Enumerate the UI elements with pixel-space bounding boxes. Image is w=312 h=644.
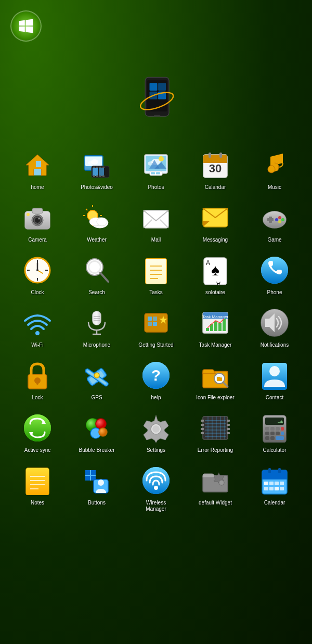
- svg-point-50: [38, 218, 40, 220]
- app-icon-weather[interactable]: Weather: [70, 198, 124, 246]
- app-label-camera: Camera: [28, 237, 47, 243]
- app-icon-contact[interactable]: Contact: [248, 356, 302, 403]
- app-icon-error-reporting[interactable]: Error Reporting: [188, 409, 242, 456]
- svg-point-71: [281, 218, 284, 221]
- app-icon-calendar[interactable]: 30 Calandar: [188, 146, 242, 193]
- app-icon-wifi[interactable]: Wi-Fi: [10, 304, 64, 351]
- svg-text:A: A: [206, 259, 210, 267]
- app-icon-file-explorer[interactable]: Icon File exploer: [188, 356, 242, 403]
- app-icon-getting-started[interactable]: Getting Started: [129, 304, 183, 351]
- app-icon-phone[interactable]: Phone: [248, 251, 302, 298]
- svg-rect-168: [201, 428, 204, 430]
- svg-rect-119: [214, 321, 217, 331]
- svg-rect-109: [153, 317, 157, 321]
- app-label-contact: Contact: [266, 395, 283, 401]
- app-icon-search[interactable]: Search: [70, 251, 124, 298]
- app-icon-settings[interactable]: Settings: [129, 409, 183, 456]
- app-label-task-manager: Task Manager: [199, 342, 232, 348]
- app-label-file-explorer: Icon File exploer: [196, 395, 234, 401]
- app-icon-lock[interactable]: Lock: [10, 356, 64, 403]
- svg-rect-188: [270, 436, 275, 440]
- svg-rect-181: [276, 427, 280, 431]
- app-label-game: Game: [267, 237, 281, 243]
- svg-rect-170: [227, 420, 230, 422]
- app-icon-clock[interactable]: Clock: [10, 251, 64, 298]
- app-icon-default-widget[interactable]: default Widget: [188, 461, 242, 515]
- app-label-calendar2: Calendar: [264, 500, 285, 506]
- app-icon-gps[interactable]: GPS: [70, 356, 124, 403]
- app-icon-home[interactable]: home: [10, 146, 64, 193]
- app-label-help: help: [151, 395, 161, 401]
- app-icon-tasks[interactable]: Tasks: [129, 251, 183, 298]
- svg-rect-117: [206, 328, 209, 331]
- svg-point-202: [98, 479, 104, 486]
- svg-rect-35: [151, 172, 155, 174]
- svg-rect-191: [26, 468, 49, 495]
- app-icon-wireless-manager[interactable]: Wireless Manager: [129, 461, 183, 515]
- svg-point-85: [89, 262, 100, 272]
- svg-rect-10: [36, 161, 41, 167]
- app-icon-bubble-breaker[interactable]: Bubble Breaker: [70, 409, 124, 456]
- app-label-solitaire: solotaire: [205, 289, 225, 296]
- svg-rect-121: [223, 319, 226, 331]
- app-icon-active-sync[interactable]: Active syric: [10, 409, 64, 456]
- svg-rect-214: [280, 482, 284, 485]
- hero-section: [0, 0, 312, 141]
- app-icon-microphone[interactable]: Microphone: [70, 304, 124, 351]
- svg-rect-210: [262, 476, 287, 479]
- svg-rect-182: [281, 427, 284, 431]
- svg-rect-197: [85, 470, 90, 475]
- app-icon-photos[interactable]: Photos: [129, 146, 183, 193]
- app-icon-mail[interactable]: Mail: [129, 198, 183, 246]
- svg-rect-199: [85, 476, 90, 481]
- svg-point-72: [278, 220, 281, 223]
- svg-rect-215: [264, 487, 268, 490]
- svg-rect-88: [146, 259, 166, 284]
- svg-point-205: [154, 486, 158, 490]
- svg-rect-154: [203, 416, 228, 439]
- app-icon-notes[interactable]: Notes: [10, 461, 64, 515]
- app-label-search: Search: [88, 289, 105, 296]
- app-icon-camera[interactable]: Camera: [10, 198, 64, 246]
- svg-rect-184: [270, 432, 275, 435]
- svg-rect-24: [96, 175, 98, 177]
- app-label-music: Music: [268, 184, 281, 191]
- svg-rect-220: [278, 468, 281, 473]
- app-icon-messaging[interactable]: Messaging: [188, 198, 242, 246]
- app-label-notes: Notes: [31, 500, 44, 506]
- svg-rect-173: [227, 432, 230, 434]
- svg-rect-111: [153, 322, 157, 326]
- svg-point-142: [269, 366, 280, 376]
- app-label-buttons: Buttons: [88, 500, 106, 506]
- svg-rect-171: [227, 424, 230, 426]
- app-icon-notifications[interactable]: Notifications: [248, 304, 302, 351]
- app-icon-game[interactable]: Game: [248, 198, 302, 246]
- app-label-clock: Clock: [31, 289, 44, 296]
- app-icon-calendar2[interactable]: Calendar: [248, 461, 302, 515]
- app-label-mail: Mail: [151, 237, 161, 243]
- app-label-photos-video: Photos&video: [81, 184, 113, 191]
- app-icon-task-manager[interactable]: Task Manager Task Manager: [188, 304, 242, 351]
- app-icon-photos-video[interactable]: Photos&video: [70, 146, 124, 193]
- svg-rect-9: [34, 169, 41, 175]
- app-icon-solitaire[interactable]: ♠ A A solotaire: [188, 251, 242, 298]
- svg-point-82: [36, 269, 38, 271]
- svg-rect-211: [264, 482, 268, 485]
- app-icon-buttons[interactable]: Buttons: [70, 461, 124, 515]
- app-icon-help[interactable]: ? help: [129, 356, 183, 403]
- svg-rect-46: [32, 208, 43, 213]
- svg-rect-126: [36, 381, 38, 385]
- svg-rect-216: [269, 487, 274, 490]
- svg-point-131: [94, 373, 99, 378]
- svg-rect-120: [218, 323, 222, 331]
- app-icon-calculator[interactable]: — + Calculator: [248, 409, 302, 456]
- svg-text:+: +: [280, 419, 283, 424]
- svg-rect-20: [96, 167, 98, 168]
- app-label-gps: GPS: [91, 395, 102, 401]
- windows-logo-button[interactable]: [10, 10, 42, 42]
- app-label-notifications: Notifications: [261, 342, 289, 348]
- svg-rect-21: [99, 167, 101, 168]
- app-icon-music[interactable]: Music: [248, 146, 302, 193]
- svg-rect-110: [148, 322, 152, 326]
- app-icons-grid: home: [0, 141, 312, 531]
